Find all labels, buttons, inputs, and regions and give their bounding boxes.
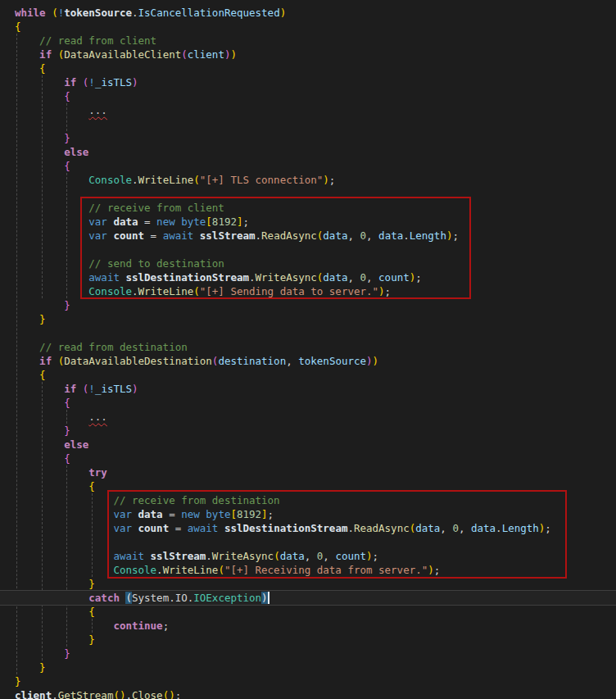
code-line[interactable]: Console.WriteLine("[+] Sending data to s…: [0, 284, 616, 298]
code-line-current[interactable]: catch (System.IO.IOException): [0, 591, 616, 605]
token-com: // send to destination: [88, 257, 224, 270]
token-kw: continue: [113, 620, 162, 632]
token-varb: sslStream: [151, 550, 206, 562]
code-line[interactable]: // read from client: [0, 34, 616, 48]
token-fn: DataAvailableClient: [64, 48, 181, 61]
code-line[interactable]: }: [0, 633, 616, 647]
code-line[interactable]: }: [0, 312, 616, 326]
code-line[interactable]: try: [0, 465, 616, 479]
code-line[interactable]: }: [0, 577, 616, 591]
token-p: ;: [452, 229, 459, 242]
token-p: .: [125, 689, 132, 699]
indent-spaces: [15, 132, 64, 144]
code-line[interactable]: var count = await sslDestinationStream.R…: [0, 521, 616, 535]
token-bg: ]: [261, 508, 268, 520]
token-varb: sslDestinationStream: [125, 271, 249, 284]
indent-spaces: [15, 146, 64, 158]
code-line[interactable]: // receive from destination: [0, 493, 616, 507]
token-cls: Console: [88, 285, 132, 297]
code-line[interactable]: else: [0, 145, 616, 159]
code-line[interactable]: if (!_isTLS): [0, 75, 616, 89]
code-line[interactable]: var count = await sslStream.ReadAsync(da…: [0, 229, 616, 243]
indent-spaces: [15, 383, 64, 395]
code-line[interactable]: [0, 117, 616, 131]
indent-spaces: [15, 90, 64, 102]
token-bp: }: [64, 299, 70, 311]
code-line[interactable]: ...: [0, 103, 616, 117]
token-bp: ): [366, 355, 373, 367]
code-line[interactable]: // send to destination: [0, 256, 616, 270]
code-line[interactable]: }: [0, 660, 616, 674]
token-p: [52, 355, 58, 367]
code-line[interactable]: }: [0, 647, 616, 660]
code-editor[interactable]: while (!tokenSource.IsCancellationReques…: [0, 0, 616, 699]
code-line[interactable]: [0, 326, 616, 340]
token-var: count: [335, 550, 366, 562]
token-p: [52, 48, 58, 61]
token-num: 8192: [237, 508, 261, 520]
token-com: // receive from destination: [113, 494, 279, 506]
token-bg: [: [230, 508, 237, 520]
token-kb: var: [88, 216, 107, 228]
code-line[interactable]: {: [0, 396, 616, 410]
code-line[interactable]: while (!tokenSource.IsCancellationReques…: [0, 6, 616, 20]
code-line[interactable]: {: [0, 159, 616, 173]
indent-spaces: [15, 411, 88, 423]
token-bg: (: [52, 7, 58, 19]
code-line[interactable]: }: [0, 131, 616, 145]
code-line[interactable]: Console.WriteLine("[+] Receiving data fr…: [0, 563, 616, 577]
code-line[interactable]: {: [0, 89, 616, 103]
code-line[interactable]: {: [0, 605, 616, 619]
token-bg: (: [193, 285, 200, 297]
code-line[interactable]: // receive from client: [0, 201, 616, 215]
code-line[interactable]: }: [0, 424, 616, 438]
code-line[interactable]: {: [0, 368, 616, 382]
code-line[interactable]: {: [0, 479, 616, 493]
code-line[interactable]: Console.WriteLine("[+] TLS connection");: [0, 173, 616, 187]
token-varb: data: [138, 508, 163, 520]
code-line[interactable]: [0, 243, 616, 256]
code-line[interactable]: // read from destination: [0, 340, 616, 354]
code-line[interactable]: }: [0, 298, 616, 312]
code-line[interactable]: if (DataAvailableDestination(destination…: [0, 354, 616, 368]
indent-spaces: [15, 397, 64, 409]
indent-spaces: [15, 271, 88, 284]
code-line[interactable]: var data = new byte[8192];: [0, 507, 616, 521]
token-p: =: [169, 522, 188, 534]
code-line[interactable]: }: [0, 674, 616, 688]
token-varb: count: [113, 229, 144, 242]
token-bg: ): [428, 564, 434, 576]
code-line[interactable]: [0, 535, 616, 549]
indent-spaces: [15, 480, 88, 492]
code-line[interactable]: {: [0, 452, 616, 465]
code-line[interactable]: [0, 187, 616, 201]
token-p: [76, 76, 83, 89]
token-p: [144, 550, 151, 562]
code-line[interactable]: if (!_isTLS): [0, 382, 616, 396]
code-line[interactable]: {: [0, 61, 616, 75]
code-line[interactable]: client.GetStream().Close();: [0, 688, 616, 699]
token-p: .: [206, 550, 212, 562]
code-line[interactable]: else: [0, 438, 616, 452]
code-line[interactable]: continue;: [0, 619, 616, 633]
indent-spaces: [15, 76, 64, 89]
code-line[interactable]: await sslStream.WriteAsync(data, 0, coun…: [0, 549, 616, 563]
token-bp: {: [64, 452, 70, 465]
code-line[interactable]: await sslDestinationStream.WriteAsync(da…: [0, 270, 616, 284]
token-com: // receive from client: [88, 202, 224, 214]
code-line[interactable]: var data = new byte[8192];: [0, 215, 616, 229]
token-p: [132, 508, 138, 520]
token-p: ;: [385, 285, 392, 297]
token-p: .: [169, 592, 175, 604]
token-bg: ): [169, 689, 175, 699]
token-bg: ): [280, 7, 287, 19]
indent-spaces: [15, 48, 39, 61]
code-line[interactable]: {: [0, 20, 616, 34]
indent-spaces: [15, 229, 88, 242]
token-var: Length: [410, 229, 446, 242]
indent-spaces: [15, 452, 64, 465]
token-p: ;: [373, 550, 379, 562]
token-str: "[+] Sending data to server.": [200, 285, 378, 297]
code-line[interactable]: ...: [0, 410, 616, 424]
code-line[interactable]: if (DataAvailableClient(client)): [0, 48, 616, 61]
